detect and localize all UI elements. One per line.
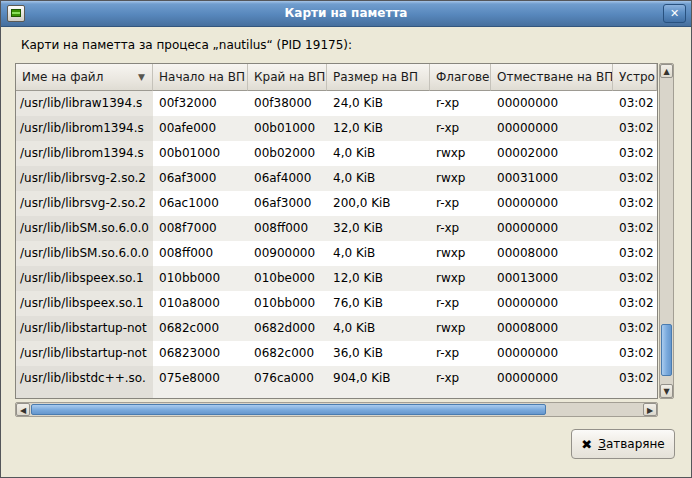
table-row[interactable]: /usr/lib/libSM.so.6.0.0 008f7000 008ff00… xyxy=(16,216,657,241)
column-header-vm-end[interactable]: Край на ВП xyxy=(248,64,327,91)
column-header-vm-start[interactable]: Начало на ВП xyxy=(153,64,248,91)
table-header: Име на файл ▼ Начало на ВП Край на ВП Ра… xyxy=(16,64,657,91)
table-row[interactable]: /usr/lib/libstdc++.so. 075e8000 076ca000… xyxy=(16,366,657,391)
scroll-down-button[interactable]: ▼ xyxy=(660,384,673,398)
table-row[interactable]: /usr/lib/librsvg-2.so.2 06ac1000 06af300… xyxy=(16,191,657,216)
arrow-left-icon: ◀ xyxy=(20,406,26,415)
table-row[interactable]: /usr/lib/libspeex.so.1 010a8000 010bb000… xyxy=(16,291,657,316)
window-title: Карти на паметта xyxy=(1,6,691,20)
close-icon: ✕ xyxy=(670,7,679,20)
vertical-scrollbar[interactable]: ▲ ▼ xyxy=(659,63,674,399)
table-row[interactable]: /usr/lib/libspeex.so.1 010bb000 010be000… xyxy=(16,266,657,291)
table-row[interactable]: /usr/lib/libstartup-not 0682c000 0682d00… xyxy=(16,316,657,341)
column-header-vm-size[interactable]: Размер на ВП xyxy=(327,64,430,91)
memory-maps-table: Име на файл ▼ Начало на ВП Край на ВП Ра… xyxy=(15,63,658,399)
titlebar[interactable]: Карти на паметта ✕ xyxy=(1,1,691,27)
table-row[interactable]: /usr/lib/libstartup-not 06823000 0682c00… xyxy=(16,341,657,366)
column-header-filename[interactable]: Име на файл ▼ xyxy=(16,64,153,91)
horizontal-scrollbar-thumb[interactable] xyxy=(31,404,546,415)
column-header-flags[interactable]: Флагове xyxy=(430,64,491,91)
scroll-up-button[interactable]: ▲ xyxy=(660,64,673,78)
close-dialog-button[interactable]: ✖ Затваряне xyxy=(571,429,675,459)
vertical-scrollbar-thumb[interactable] xyxy=(661,324,672,376)
table-row-partial xyxy=(16,391,657,398)
arrow-down-icon: ▼ xyxy=(663,387,669,396)
table-row[interactable]: /usr/lib/libSM.so.6.0.0 008ff000 0090000… xyxy=(16,241,657,266)
arrow-up-icon: ▲ xyxy=(663,67,669,76)
close-window-button[interactable]: ✕ xyxy=(663,4,686,23)
table-row[interactable]: /usr/lib/librsvg-2.so.2 06af3000 06af400… xyxy=(16,166,657,191)
column-header-vm-offset[interactable]: Отместване на ВП xyxy=(491,64,613,91)
column-header-device[interactable]: Устро xyxy=(613,64,657,91)
close-button-label: Затваряне xyxy=(598,437,665,451)
table-row[interactable]: /usr/lib/librom1394.s 00afe000 00b01000 … xyxy=(16,116,657,141)
process-description-label: Карти на паметта за процеса „nautilus“ (… xyxy=(21,38,352,52)
memory-maps-dialog: Карти на паметта ✕ Карти на паметта за п… xyxy=(0,0,692,478)
close-x-icon: ✖ xyxy=(581,437,592,452)
arrow-right-icon: ▶ xyxy=(647,406,653,415)
table-row[interactable]: /usr/lib/librom1394.s 00b01000 00b02000 … xyxy=(16,141,657,166)
scroll-right-button[interactable]: ▶ xyxy=(643,403,657,416)
table-row[interactable]: /usr/lib/libraw1394.s 00f32000 00f38000 … xyxy=(16,91,657,116)
sort-desc-icon: ▼ xyxy=(138,64,145,91)
scroll-left-button[interactable]: ◀ xyxy=(16,403,30,416)
horizontal-scrollbar[interactable]: ◀ ▶ xyxy=(15,402,658,417)
